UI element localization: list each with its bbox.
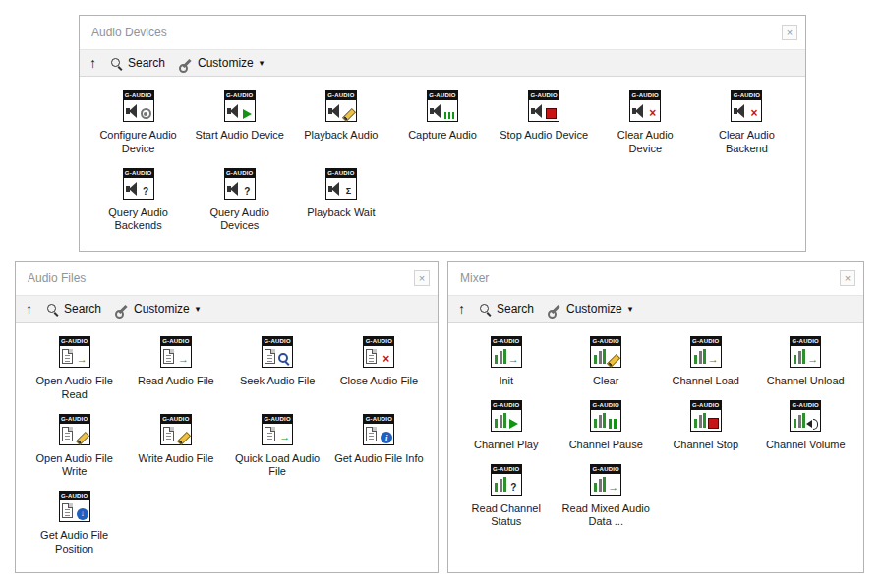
icon-banner-label: G-AUDIO [691,337,721,346]
palette-item[interactable]: G-AUDIOStart Audio Device [189,90,290,156]
palette-item[interactable]: G-AUDIOSeek Audio File [227,336,328,402]
palette-item-label: Playback Audio [304,129,378,143]
palette-item[interactable]: G-AUDIORead Mixed Audio Data ... [557,464,657,530]
palette-item[interactable]: G-AUDIOPlayback Audio [290,90,391,156]
palette-item[interactable]: G-AUDIOChannel Play [456,400,557,452]
base-glyph [531,103,544,118]
palette-item[interactable]: G-AUDIOClear Audio Device [595,90,696,156]
customize-button[interactable]: Customize▾ [179,56,264,70]
icon-banner-label: G-AUDIO [225,169,255,178]
chevron-down-icon: ▾ [196,304,201,314]
palette-item[interactable]: G-AUDIOOpen Audio File Read [24,336,125,402]
palette-item[interactable]: G-AUDIOChannel Volume [756,400,856,452]
up-one-level-button[interactable]: ↑ [26,302,32,316]
close-icon[interactable]: × [782,25,797,40]
window-titlebar[interactable]: Mixer × [448,262,863,295]
icon-body [60,500,89,521]
icon-body [529,100,559,121]
customize-button[interactable]: Customize▾ [115,302,200,316]
palette-item[interactable]: G-AUDIOChannel Unload [756,336,856,388]
wrench-icon [179,57,193,70]
palette-item-label: Channel Pause [569,439,643,452]
palette-item[interactable]: G-AUDIORead Channel Status [456,464,557,530]
g-audio-icon: G-AUDIO [590,400,621,432]
palette-item-label: Open Audio File Write [29,452,120,480]
palette-item[interactable]: G-AUDIOPlayback Wait [290,168,391,234]
icon-body [732,100,761,121]
icon-banner-label: G-AUDIO [124,91,153,100]
window-title: Audio Files [28,271,414,285]
overlay-glyph [707,417,720,430]
overlay-glyph [607,353,619,366]
search-button[interactable]: Search [110,56,165,70]
icon-banner-label: G-AUDIO [428,91,457,100]
palette-item[interactable]: G-AUDIOQuery Audio Backends [88,168,189,234]
base-glyph [693,349,706,364]
g-audio-icon: G-AUDIO [262,336,293,368]
icon-body [591,346,620,367]
g-audio-icon: G-AUDIO [363,414,394,445]
palette-item[interactable]: G-AUDIOChannel Pause [557,400,657,452]
search-icon [479,303,492,316]
palette-item-label: Read Audio File [138,375,214,388]
g-audio-icon: G-AUDIO [59,336,90,368]
search-button[interactable]: Search [46,302,101,316]
icon-body [225,100,255,121]
overlay-glyph [342,107,355,120]
window-titlebar[interactable]: Audio Devices × [80,16,805,49]
palette-item-label: Clear Audio Device [600,129,690,156]
palette-item-label: Channel Volume [766,439,846,452]
palette-item[interactable]: G-AUDIOClear [557,336,657,388]
g-audio-icon: G-AUDIO [325,168,357,200]
window-title: Mixer [460,271,840,285]
base-glyph [593,477,606,492]
icon-banner-label: G-AUDIO [263,337,292,346]
g-audio-icon: G-AUDIO [731,90,762,122]
palette-item[interactable]: G-AUDIOOpen Audio File Write [24,414,125,480]
palette-item[interactable]: G-AUDIOQuick Load Audio File [227,414,328,480]
base-glyph [328,181,341,196]
icon-body [691,410,721,431]
overlay-glyph [342,185,355,198]
palette-item[interactable]: G-AUDIOGet Audio File Info [328,414,430,480]
g-audio-icon: G-AUDIO [123,90,154,122]
palette-item[interactable]: G-AUDIOChannel Stop [656,400,756,452]
icon-body [60,346,89,367]
icon-body [364,424,393,444]
palette-item[interactable]: G-AUDIOClear Audio Backend [696,90,797,156]
overlay-glyph [380,431,392,443]
palette-item[interactable]: G-AUDIOClose Audio File [328,336,430,402]
icon-body [428,100,457,121]
palette-item-label: Init [499,375,513,388]
palette-item[interactable]: G-AUDIOQuery Audio Devices [189,168,290,234]
base-glyph [793,413,805,428]
palette-item[interactable]: G-AUDIOWrite Audio File [125,414,226,480]
icon-banner-label: G-AUDIO [492,465,521,474]
up-arrow-icon: ↑ [89,56,96,70]
palette-item-label: Read Channel Status [461,502,552,530]
palette-item[interactable]: G-AUDIOGet Audio File Position [24,491,125,557]
palette-item[interactable]: G-AUDIORead Audio File [125,336,226,402]
window-titlebar[interactable]: Audio Files × [16,262,438,295]
palette-item[interactable]: G-AUDIOStop Audio Device [494,90,595,156]
palette-item[interactable]: G-AUDIOConfigure Audio Device [88,90,189,156]
up-one-level-button[interactable]: ↑ [89,56,96,70]
palette-item[interactable]: G-AUDIOInit [456,336,557,388]
close-icon[interactable]: × [414,270,430,286]
chevron-down-icon: ▾ [628,304,633,314]
palette-item-label: Seek Audio File [240,375,315,388]
base-glyph [62,349,73,364]
palette-item-label: Start Audio Device [195,129,284,143]
icon-banner-label: G-AUDIO [161,415,191,424]
palette-item[interactable]: G-AUDIOCapture Audio [391,90,493,156]
close-icon[interactable]: × [840,270,855,286]
up-one-level-button[interactable]: ↑ [458,302,465,316]
palette-item[interactable]: G-AUDIOChannel Load [656,336,756,388]
search-button[interactable]: Search [479,302,534,316]
palette-window-audio-devices: Audio Devices × ↑ Search Customize▾ G-AU… [79,15,806,252]
palette-item-label: Clear Audio Backend [701,129,792,156]
customize-button[interactable]: Customize▾ [548,302,632,316]
g-audio-icon: G-AUDIO [224,168,256,200]
base-glyph [265,427,275,441]
icon-banner-label: G-AUDIO [60,337,89,346]
